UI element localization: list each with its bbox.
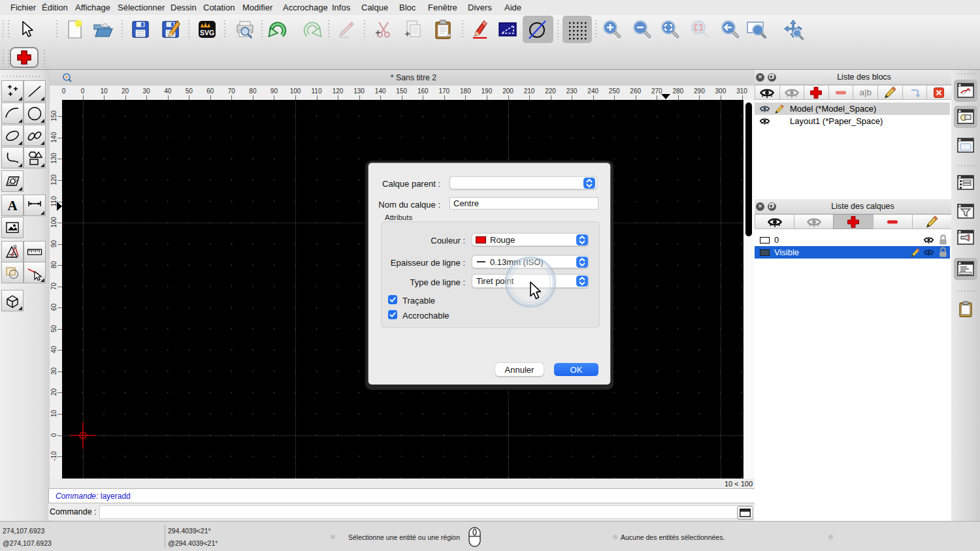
svg-text:SVG: SVG: [200, 29, 214, 37]
svg-text:A: A: [7, 198, 18, 213]
